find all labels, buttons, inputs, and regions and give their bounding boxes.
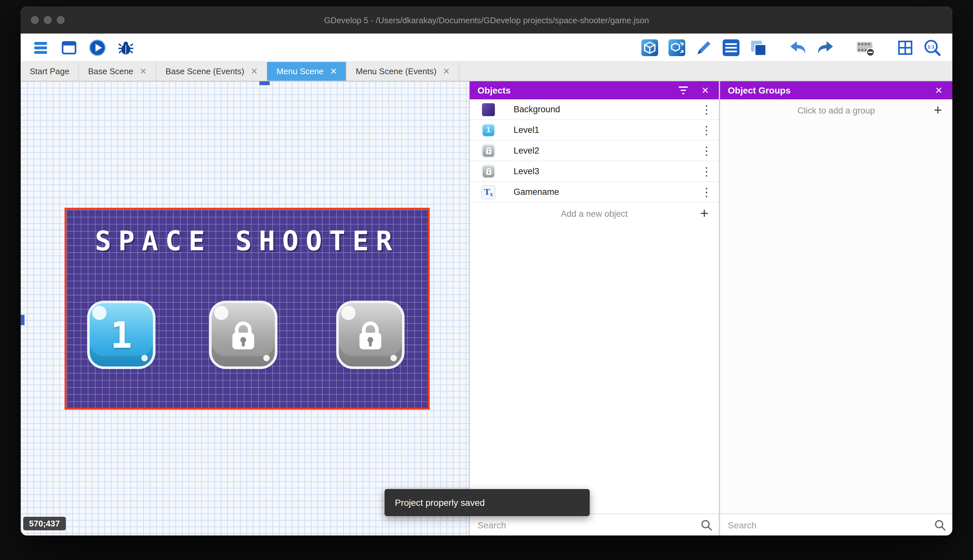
canvas-scroll-marker-horizontal[interactable]	[259, 81, 270, 85]
add-group-label: Click to add a group	[798, 105, 875, 115]
level3-button-instance[interactable]	[336, 301, 405, 369]
gdevelop-window: GDevelop 5 - /Users/dkarakay/Documents/G…	[21, 7, 952, 535]
background-instance-selected[interactable]: SPACE SHOOTER 1	[65, 208, 430, 410]
background-object-icon	[482, 102, 495, 117]
object-menu-icon[interactable]: ⋮	[701, 124, 710, 136]
tab-menu-scene[interactable]: Menu Scene ✕	[267, 62, 347, 81]
tab-close-icon[interactable]: ✕	[251, 67, 258, 75]
groups-search-input[interactable]	[720, 520, 952, 530]
save-toast-message: Project properly saved	[395, 497, 485, 508]
add-group-button[interactable]: Click to add a group +	[720, 99, 952, 121]
close-window-button[interactable]	[31, 16, 39, 24]
level1-button-instance[interactable]: 1	[87, 301, 155, 369]
object-menu-icon[interactable]: ⋮	[701, 145, 710, 157]
object-name: Level2	[513, 146, 701, 155]
toolbar: 1:1	[21, 33, 952, 62]
level1-object-icon: 1	[482, 123, 495, 137]
tab-start-page[interactable]: Start Page	[21, 62, 79, 81]
object-row-level1[interactable]: 1 Level1 ⋮	[470, 120, 719, 141]
add-new-object-button[interactable]: Add a new object +	[470, 203, 719, 225]
window-title: GDevelop 5 - /Users/dkarakay/Documents/G…	[324, 15, 649, 25]
object-row-background[interactable]: Background ⋮	[470, 99, 719, 120]
button-shine	[92, 306, 107, 320]
objects-panel-header: Objects ✕	[470, 81, 719, 99]
search-icon	[934, 519, 946, 531]
svg-text:1:1: 1:1	[928, 43, 935, 49]
add-new-object-label: Add a new object	[561, 209, 628, 218]
undo-icon[interactable]	[788, 38, 808, 57]
object-menu-icon[interactable]: ⋮	[701, 103, 710, 115]
level2-button-instance[interactable]	[209, 301, 277, 369]
objects-search-bar	[470, 513, 719, 535]
desktop: GDevelop 5 - /Users/dkarakay/Documents/G…	[0, 0, 973, 560]
lock-icon	[353, 317, 388, 352]
objects-panel: Objects ✕ Background ⋮	[469, 81, 719, 535]
instances-list-icon[interactable]	[721, 38, 741, 57]
object-name: Level3	[513, 167, 701, 176]
button-shine	[214, 306, 228, 320]
button-dot	[390, 355, 397, 361]
save-toast: Project properly saved	[385, 489, 590, 516]
object-row-level2[interactable]: Level2 ⋮	[470, 141, 719, 161]
groups-panel-empty-area	[720, 121, 952, 513]
debug-icon[interactable]	[116, 38, 135, 57]
tab-close-icon[interactable]: ✕	[140, 67, 147, 75]
object-name: Gamename	[513, 187, 701, 197]
objects-editor-icon[interactable]	[640, 38, 660, 57]
object-menu-icon[interactable]: ⋮	[701, 165, 710, 177]
tab-close-icon[interactable]: ✕	[330, 67, 337, 75]
properties-icon[interactable]	[694, 38, 714, 57]
grid-icon[interactable]	[896, 38, 915, 57]
toolbar-right-group: 1:1	[640, 38, 942, 57]
plus-icon[interactable]: +	[700, 207, 708, 221]
level1-number: 1	[110, 314, 132, 356]
traffic-lights	[31, 7, 65, 33]
tab-base-scene-events[interactable]: Base Scene (Events) ✕	[157, 62, 267, 81]
tab-label: Start Page	[30, 67, 69, 76]
render-options-icon[interactable]	[856, 38, 875, 57]
plus-icon[interactable]: +	[934, 103, 942, 117]
tab-label: Base Scene (Events)	[165, 67, 244, 76]
scene-canvas[interactable]: SPACE SHOOTER 1	[21, 81, 469, 535]
level3-object-icon	[482, 164, 495, 178]
start-page-icon[interactable]	[59, 38, 79, 57]
layers-icon[interactable]	[748, 38, 768, 57]
text-object-icon: Tx	[482, 185, 495, 199]
close-object-groups-panel-icon[interactable]: ✕	[933, 85, 945, 96]
tabbar: Start Page Base Scene ✕ Base Scene (Even…	[21, 62, 952, 81]
object-name: Background	[513, 105, 701, 114]
object-row-level3[interactable]: Level3 ⋮	[470, 161, 719, 182]
object-row-gamename[interactable]: Tx Gamename ⋮	[470, 182, 719, 203]
tab-base-scene[interactable]: Base Scene ✕	[79, 62, 157, 81]
object-groups-panel: Object Groups ✕ Click to add a group +	[719, 81, 952, 535]
level2-object-icon	[482, 143, 495, 158]
titlebar: GDevelop 5 - /Users/dkarakay/Documents/G…	[21, 7, 952, 33]
object-name: Level1	[513, 125, 701, 135]
zoom-icon[interactable]: 1:1	[923, 38, 942, 57]
project-manager-icon[interactable]	[31, 38, 50, 57]
filter-icon[interactable]	[678, 85, 689, 96]
canvas-scroll-marker-vertical[interactable]	[21, 315, 25, 325]
search-icon	[701, 519, 712, 531]
object-groups-icon[interactable]	[667, 38, 686, 57]
redo-icon[interactable]	[816, 38, 835, 57]
tab-label: Base Scene	[88, 67, 133, 76]
gamename-text-instance[interactable]: SPACE SHOOTER	[67, 225, 428, 257]
object-menu-icon[interactable]: ⋮	[701, 186, 710, 198]
preview-play-icon[interactable]	[88, 38, 107, 57]
button-dot	[263, 355, 270, 361]
close-objects-panel-icon[interactable]: ✕	[700, 85, 711, 96]
groups-search-bar	[720, 513, 952, 535]
objects-search-input[interactable]	[470, 520, 719, 530]
minimize-window-button[interactable]	[44, 16, 52, 24]
objects-panel-empty-area	[470, 225, 719, 513]
objects-panel-title: Objects	[478, 85, 667, 95]
button-shine	[342, 306, 355, 320]
object-groups-panel-title: Object Groups	[728, 85, 923, 95]
object-groups-panel-header: Object Groups ✕	[720, 81, 952, 99]
zoom-window-button[interactable]	[57, 16, 65, 24]
lock-icon	[226, 317, 261, 352]
tab-close-icon[interactable]: ✕	[443, 67, 450, 75]
main-content: SPACE SHOOTER 1	[21, 81, 952, 535]
tab-menu-scene-events[interactable]: Menu Scene (Events) ✕	[347, 62, 460, 81]
